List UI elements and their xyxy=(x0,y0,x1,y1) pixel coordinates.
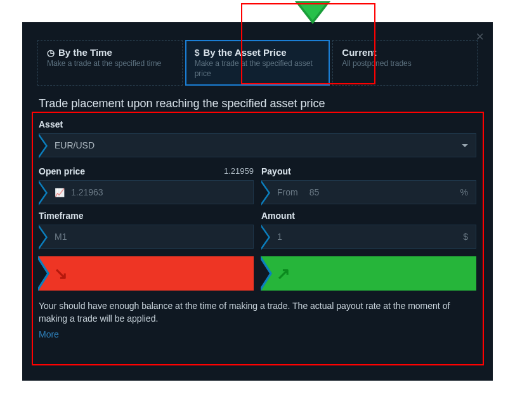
sell-button[interactable]: ↘ xyxy=(39,256,254,291)
tab-by-asset-price-label: By the Asset Price xyxy=(203,47,286,58)
open-price-hint: 1.21959 xyxy=(224,166,254,176)
tab-by-time-label: By the Time xyxy=(58,47,112,58)
chevron-right-icon xyxy=(261,225,270,250)
arrow-up-right-icon: ↗ xyxy=(277,264,290,284)
open-price-value: 1.21963 xyxy=(71,187,103,197)
amount-unit: $ xyxy=(463,232,468,242)
open-price-input[interactable]: 📈 1.21963 xyxy=(39,180,254,204)
chevron-right-icon xyxy=(38,256,49,291)
asset-value: EUR/USD xyxy=(55,140,95,150)
payout-prefix: From xyxy=(277,187,298,197)
payout-unit: % xyxy=(460,187,468,197)
amount-label: Amount xyxy=(261,211,476,221)
tab-current[interactable]: Current All postponed trades xyxy=(332,40,478,86)
buy-button[interactable]: ↗ xyxy=(261,256,476,291)
payout-label: Payout xyxy=(261,166,476,176)
chevron-right-icon xyxy=(39,133,48,159)
section-title: Trade placement upon reaching the specif… xyxy=(37,97,478,110)
payout-value: 85 xyxy=(310,187,320,197)
chevron-right-icon xyxy=(39,180,48,206)
open-price-label-text: Open price xyxy=(39,166,85,176)
amount-value: 1 xyxy=(277,232,282,242)
chart-icon: 📈 xyxy=(55,188,65,197)
chevron-right-icon xyxy=(39,225,48,250)
pointer-triangle-icon xyxy=(295,1,330,24)
asset-select[interactable]: EUR/USD xyxy=(39,133,476,157)
chevron-right-icon xyxy=(261,256,272,291)
tab-current-label: Current xyxy=(342,47,376,58)
amount-input[interactable]: 1 $ xyxy=(261,225,476,249)
trade-dialog: × ◷ By the Time Make a trade at the spec… xyxy=(22,22,493,381)
asset-label: Asset xyxy=(39,119,476,129)
dollar-icon: $ xyxy=(195,48,200,58)
payout-input[interactable]: From 85 % xyxy=(261,180,476,204)
more-link[interactable]: More xyxy=(39,329,59,339)
tab-by-asset-price[interactable]: $ By the Asset Price Make a trade at the… xyxy=(185,40,330,86)
open-price-label: Open price 1.21959 xyxy=(39,166,254,176)
arrow-down-right-icon: ↘ xyxy=(54,264,68,284)
trade-form: Asset EUR/USD Open price 1.21959 📈 1.219… xyxy=(37,117,478,343)
mode-tabs: ◷ By the Time Make a trade at the specif… xyxy=(37,40,478,86)
tab-current-desc: All postponed trades xyxy=(342,59,468,69)
timeframe-value: M1 xyxy=(55,232,67,242)
chevron-right-icon xyxy=(261,180,270,206)
close-icon[interactable]: × xyxy=(476,29,484,45)
tab-by-time-desc: Make a trade at the specified time xyxy=(47,59,173,69)
tab-by-asset-price-desc: Make a trade at the specified asset pric… xyxy=(195,59,321,79)
chevron-down-icon xyxy=(462,144,468,147)
clock-icon: ◷ xyxy=(47,48,55,58)
timeframe-label: Timeframe xyxy=(39,211,254,221)
balance-note: Your should have enough balance at the t… xyxy=(39,299,476,325)
timeframe-select[interactable]: M1 xyxy=(39,225,254,249)
tab-by-time[interactable]: ◷ By the Time Make a trade at the specif… xyxy=(37,40,183,86)
